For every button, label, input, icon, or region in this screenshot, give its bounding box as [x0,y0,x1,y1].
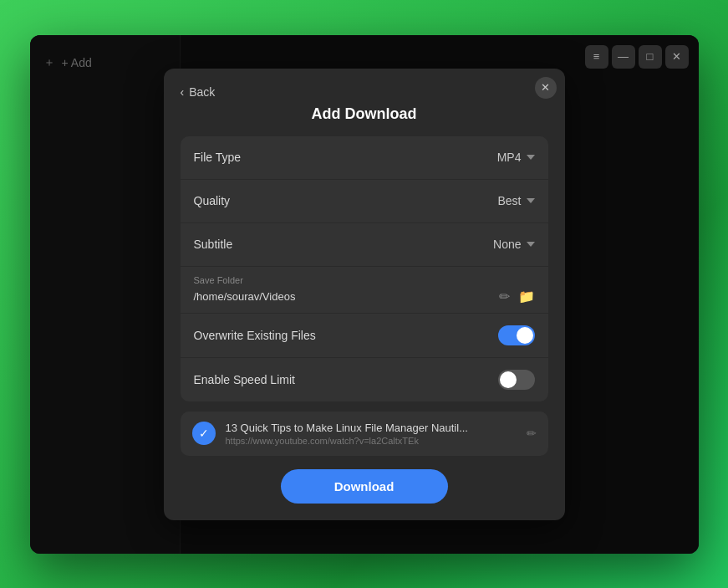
edit-folder-icon[interactable]: ✏ [499,289,510,304]
file-type-chevron-icon [527,155,535,160]
speed-limit-toggle-knob [500,371,517,388]
maximize-button[interactable]: □ [639,45,662,69]
video-edit-icon[interactable]: ✏ [527,427,537,440]
video-title: 13 Quick Tips to Make Linux File Manager… [226,422,517,434]
quality-chevron-icon [527,198,535,203]
speed-limit-label: Enable Speed Limit [194,373,295,386]
file-type-selected: MP4 [497,151,522,164]
back-button[interactable]: ‹ Back [181,85,548,99]
options-card: File Type MP4 Quality Best Sub [181,136,548,401]
save-folder-row: Save Folder /home/sourav/Videos ✏ 📁 [181,267,548,314]
file-type-row[interactable]: File Type MP4 [181,136,548,180]
subtitle-label: Subtitle [194,238,233,251]
save-folder-path: /home/sourav/Videos [194,290,296,303]
overwrite-label: Overwrite Existing Files [194,329,316,342]
close-icon: ✕ [541,81,550,94]
quality-value: Best [497,194,534,207]
quality-label: Quality [194,194,231,207]
video-check-icon: ✓ [192,422,216,445]
download-button[interactable]: Download [281,469,448,504]
menu-button[interactable]: ≡ [585,45,608,69]
dialog-title: Add Download [181,105,548,123]
app-window: ≡ — □ ✕ ＋ + Add ✕ ‹ Back Add Download [30,35,699,554]
subtitle-chevron-icon [527,242,535,247]
dialog-close-button[interactable]: ✕ [535,77,557,99]
back-label: Back [189,85,215,99]
back-arrow-icon: ‹ [181,85,185,99]
add-download-dialog: ✕ ‹ Back Add Download File Type MP4 [164,69,565,520]
save-folder-label: Save Folder [194,275,535,285]
overwrite-toggle-knob [517,327,533,344]
overwrite-row: Overwrite Existing Files [181,314,548,358]
file-type-value: MP4 [497,151,535,164]
open-folder-icon[interactable]: 📁 [518,289,535,304]
quality-selected: Best [497,194,521,207]
speed-limit-toggle[interactable] [498,370,535,390]
dialog-overlay: ✕ ‹ Back Add Download File Type MP4 [30,35,699,554]
close-button[interactable]: ✕ [665,45,689,69]
video-info: 13 Quick Tips to Make Linux File Manager… [226,422,517,446]
save-folder-icons: ✏ 📁 [499,289,535,304]
subtitle-row[interactable]: Subtitle None [181,223,548,267]
save-folder-content: /home/sourav/Videos ✏ 📁 [194,289,535,304]
window-controls: ≡ — □ ✕ [585,45,689,69]
subtitle-value: None [493,238,534,251]
overwrite-toggle[interactable] [498,325,535,345]
video-card: ✓ 13 Quick Tips to Make Linux File Manag… [181,412,548,456]
minimize-button[interactable]: — [612,45,635,69]
video-url: https://www.youtube.com/watch?v=la2Caltx… [226,436,517,446]
speed-limit-row: Enable Speed Limit [181,358,548,401]
file-type-label: File Type [194,151,242,164]
quality-row[interactable]: Quality Best [181,180,548,223]
subtitle-selected: None [493,238,521,251]
